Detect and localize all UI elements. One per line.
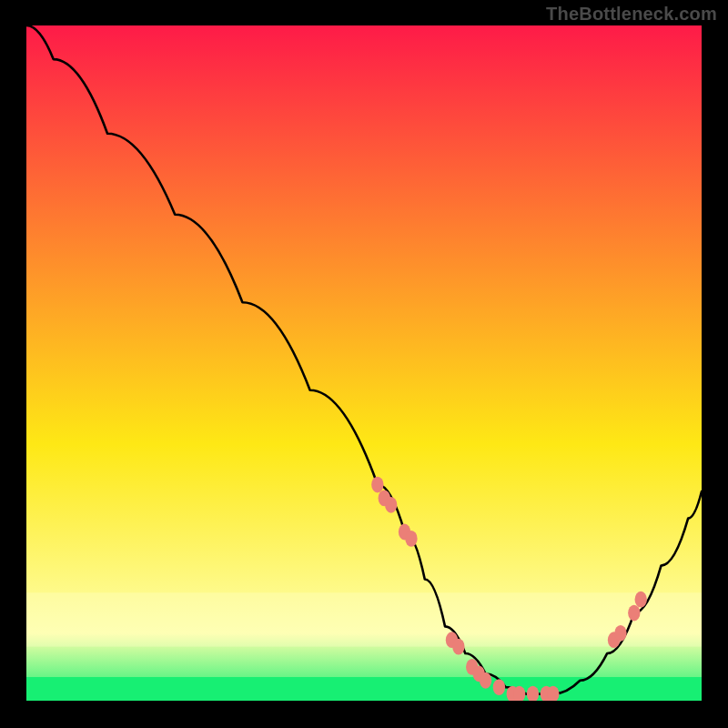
marker-dot xyxy=(371,477,383,493)
marker-dot xyxy=(405,531,417,547)
plot-area xyxy=(26,25,702,701)
marker-dot xyxy=(628,605,640,622)
pale-band xyxy=(26,592,702,646)
marker-dot xyxy=(635,592,647,608)
marker-dot xyxy=(480,672,491,689)
watermark-text: TheBottleneck.com xyxy=(546,4,717,25)
marker-dot xyxy=(614,625,626,642)
chart-svg xyxy=(26,25,702,701)
chart-stage: TheBottleneck.com xyxy=(0,0,728,728)
marker-dot xyxy=(452,639,464,655)
marker-dot xyxy=(385,497,397,513)
green-band xyxy=(26,677,702,701)
marker-dot xyxy=(493,679,505,695)
